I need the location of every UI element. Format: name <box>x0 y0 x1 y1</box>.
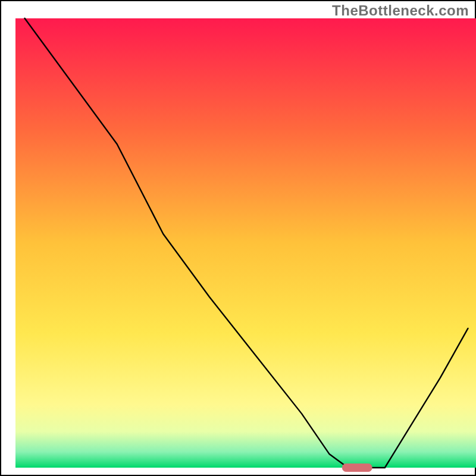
optimal-marker <box>342 464 372 472</box>
gradient-background <box>15 18 476 468</box>
chart-canvas <box>1 1 476 476</box>
watermark-label: TheBottleneck.com <box>332 2 469 19</box>
chart-frame: TheBottleneck.com <box>0 0 476 476</box>
